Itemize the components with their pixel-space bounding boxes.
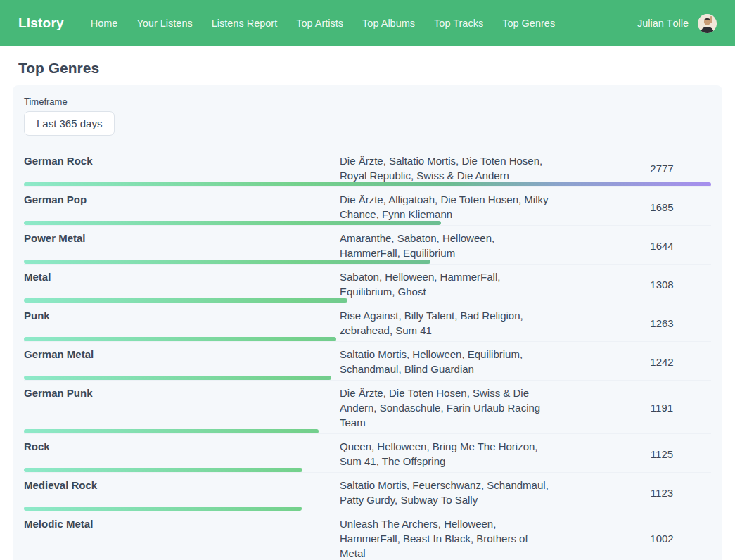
genre-artists: Saltatio Mortis, Helloween, Equilibrium,… <box>340 347 551 376</box>
genre-artists: Rise Against, Billy Talent, Bad Religion… <box>340 308 551 338</box>
genre-count: 1125 <box>651 448 673 460</box>
genre-cell: German Pop <box>24 192 340 222</box>
genre-name: Medieval Rock <box>24 478 340 492</box>
genre-artists: Die Ärzte, Alligatoah, Die Toten Hosen, … <box>340 192 551 222</box>
count-cell: 1002 <box>613 516 711 560</box>
timeframe-filter: Timeframe Last 365 days <box>24 96 711 136</box>
genre-artists: Die Ärzte, Saltatio Mortis, Die Toten Ho… <box>340 153 551 183</box>
genre-name: Rock <box>24 439 340 454</box>
genre-name: German Pop <box>24 192 340 207</box>
genre-cell: Rock <box>24 439 340 469</box>
genre-cell: German Punk <box>24 386 340 430</box>
genre-progress-bar <box>24 298 347 303</box>
genre-cell: German Metal <box>24 347 340 376</box>
artists-cell: Saltatio Mortis, Helloween, Equilibrium,… <box>340 347 551 376</box>
genre-table: German Rock Die Ärzte, Saltatio Mortis, … <box>24 148 711 560</box>
genre-row: Medieval Rock Saltatio Mortis, Feuerschw… <box>24 473 711 511</box>
row-spacer <box>551 478 613 507</box>
row-spacer <box>551 192 613 222</box>
genre-artists: Queen, Helloween, Bring Me The Horizon, … <box>340 439 551 469</box>
artists-cell: Queen, Helloween, Bring Me The Horizon, … <box>340 439 551 469</box>
genre-progress-bar <box>24 468 302 472</box>
genre-name: German Metal <box>24 347 340 362</box>
genre-artists: Saltatio Mortis, Feuerschwanz, Schandmau… <box>340 478 551 507</box>
count-cell: 1242 <box>613 347 711 376</box>
nav-item-top-artists[interactable]: Top Artists <box>296 18 343 29</box>
row-spacer <box>551 269 613 299</box>
nav-item-listens-report[interactable]: Listens Report <box>212 18 278 29</box>
genre-count: 2777 <box>650 163 673 174</box>
genre-progress-bar <box>24 337 336 341</box>
app-logo[interactable]: Listory <box>18 15 64 31</box>
count-cell: 1263 <box>613 308 711 338</box>
artists-cell: Sabaton, Helloween, HammerFall, Equilibr… <box>340 269 551 299</box>
row-spacer <box>551 231 613 260</box>
genre-progress-bar <box>24 376 331 380</box>
artists-cell: Die Ärzte, Saltatio Mortis, Die Toten Ho… <box>340 153 551 183</box>
count-cell: 1125 <box>613 439 711 469</box>
user-avatar-icon[interactable] <box>698 14 717 33</box>
nav-item-top-albums[interactable]: Top Albums <box>362 18 415 29</box>
genre-cell: Metal <box>24 269 340 299</box>
artists-cell: Amaranthe, Sabaton, Helloween, HammerFal… <box>340 231 551 260</box>
artists-cell: Die Ärzte, Die Toten Hosen, Swiss & Die … <box>340 386 551 430</box>
nav-item-home[interactable]: Home <box>91 18 118 29</box>
artists-cell: Unleash The Archers, Helloween, HammerFa… <box>340 516 551 560</box>
genre-progress-bar <box>24 507 302 511</box>
genre-count: 1308 <box>650 279 673 291</box>
main-nav: HomeYour ListensListens ReportTop Artist… <box>91 18 637 29</box>
genre-row: German Rock Die Ärzte, Saltatio Mortis, … <box>24 148 711 187</box>
count-cell: 1308 <box>613 269 711 299</box>
count-cell: 1685 <box>613 192 711 222</box>
genre-row: Rock Queen, Helloween, Bring Me The Hori… <box>24 434 711 473</box>
genre-count: 1644 <box>650 240 673 252</box>
nav-item-your-listens[interactable]: Your Listens <box>136 18 192 29</box>
genre-cell: German Rock <box>24 153 340 183</box>
genre-row: Metal Sabaton, Helloween, HammerFall, Eq… <box>24 265 711 303</box>
count-cell: 1644 <box>613 231 711 260</box>
page-title: Top Genres <box>18 60 722 77</box>
count-cell: 2777 <box>613 153 711 183</box>
top-genres-card: Timeframe Last 365 days German Rock Die … <box>13 85 722 560</box>
user-area[interactable]: Julian Tölle <box>637 14 717 33</box>
genre-row: German Metal Saltatio Mortis, Helloween,… <box>24 342 711 381</box>
row-spacer <box>551 308 613 338</box>
row-spacer <box>551 516 613 560</box>
genre-name: German Punk <box>24 386 340 400</box>
genre-name: Power Metal <box>24 231 340 246</box>
app-header: Listory HomeYour ListensListens ReportTo… <box>0 0 735 46</box>
row-spacer <box>551 386 613 430</box>
genre-progress-bar <box>24 182 711 186</box>
row-spacer <box>551 153 613 183</box>
count-cell: 1191 <box>613 386 711 430</box>
genre-name: Metal <box>24 269 340 284</box>
genre-cell: Melodic Metal <box>24 516 340 560</box>
nav-item-top-genres[interactable]: Top Genres <box>502 18 555 29</box>
row-spacer <box>551 439 613 469</box>
artists-cell: Saltatio Mortis, Feuerschwanz, Schandmau… <box>340 478 551 507</box>
count-cell: 1123 <box>613 478 711 507</box>
genre-cell: Punk <box>24 308 340 338</box>
genre-progress-bar <box>24 429 319 433</box>
nav-item-top-tracks[interactable]: Top Tracks <box>434 18 483 29</box>
genre-artists: Sabaton, Helloween, HammerFall, Equilibr… <box>340 269 551 299</box>
user-name: Julian Tölle <box>637 18 689 29</box>
genre-count: 1191 <box>651 402 673 414</box>
genre-name: Melodic Metal <box>24 516 340 531</box>
timeframe-label: Timeframe <box>24 96 711 107</box>
row-spacer <box>551 347 613 376</box>
timeframe-select[interactable]: Last 365 days <box>24 111 115 136</box>
genre-row: Power Metal Amaranthe, Sabaton, Hellowee… <box>24 226 711 265</box>
genre-progress-bar <box>24 260 430 264</box>
genre-artists: Amaranthe, Sabaton, Helloween, HammerFal… <box>340 231 551 260</box>
genre-count: 1002 <box>650 533 673 545</box>
genre-cell: Power Metal <box>24 231 340 260</box>
genre-count: 1685 <box>650 201 673 213</box>
genre-progress-bar <box>24 221 441 225</box>
genre-cell: Medieval Rock <box>24 478 340 507</box>
genre-count: 1263 <box>650 317 673 329</box>
genre-row: Punk Rise Against, Billy Talent, Bad Rel… <box>24 303 711 342</box>
page-main: Top Genres Timeframe Last 365 days Germa… <box>0 46 735 560</box>
genre-count: 1123 <box>651 487 673 499</box>
genre-row: Melodic Metal Unleash The Archers, Hello… <box>24 511 711 560</box>
